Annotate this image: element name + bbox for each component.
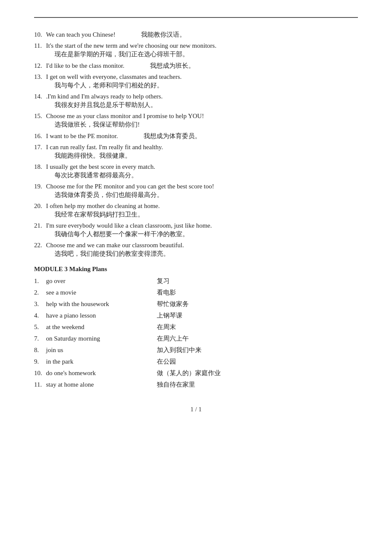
item-chinese: 选我吧，我们能使我们的教室变得漂亮。 [55, 250, 358, 258]
list-item: 17. I can run really fast. I'm really fi… [34, 144, 358, 160]
list-item: 18. I usually get the best score in ever… [34, 163, 358, 179]
item-number: 12. [34, 62, 46, 69]
list-item: 9. in the park 在公园 [34, 358, 358, 366]
list-item: 14. .I'm kind and I'm always ready to he… [34, 93, 358, 109]
sentences-list: 10. We can teach you Chinese! 我能教你汉语。 11… [34, 31, 358, 258]
item-chinese: 我想成为体育委员。 [144, 132, 201, 140]
list-item: 19. Choose me for the PE monitor and you… [34, 183, 358, 199]
vocab-number: 1. [34, 278, 46, 285]
item-number: 22. [34, 242, 46, 249]
vocab-chinese: 上钢琴课 [157, 312, 182, 320]
vocab-english: have a piano lesson [46, 312, 140, 319]
list-item: 21. I'm sure everybody would like a clea… [34, 222, 358, 238]
item-number: 20. [34, 202, 46, 210]
list-item: 7. on Saturday morning 在周六上午 [34, 335, 358, 343]
vocab-number: 8. [34, 347, 46, 354]
item-english: Choose me as your class monitor and I pr… [46, 113, 204, 120]
list-item: 1. go over 复习 [34, 277, 358, 285]
list-item: 15. Choose me as your class monitor and … [34, 113, 358, 129]
item-chinese: 我经常在家帮我妈妈打扫卫生。 [55, 211, 358, 219]
item-chinese: 我能教你汉语。 [141, 31, 186, 39]
item-number: 19. [34, 183, 46, 190]
item-english: I usually get the best score in every ma… [46, 163, 155, 171]
item-english: Choose me for the PE monitor and you can… [46, 183, 214, 190]
item-chinese: 我确信每个人都想要一个像家一样干净的教室。 [55, 230, 358, 238]
vocab-number: 3. [34, 301, 46, 308]
item-english: I often help my mother do cleaning at ho… [46, 202, 160, 210]
vocab-number: 5. [34, 324, 46, 331]
vocab-chinese: 在周末 [157, 323, 176, 331]
item-chinese: 选我做体育委员，你们也能得最高分。 [55, 191, 358, 199]
vocab-number: 2. [34, 289, 46, 296]
item-chinese: 我想成为班长。 [150, 62, 195, 70]
page-footer: 1 / 1 [34, 406, 358, 413]
vocab-english: join us [46, 347, 140, 354]
vocab-english: at the weekend [46, 324, 140, 331]
item-english: Choose me and we can make our classroom … [46, 242, 184, 249]
item-number: 17. [34, 144, 46, 151]
item-number: 10. [34, 31, 46, 38]
list-item: 3. help with the housework 帮忙做家务 [34, 300, 358, 308]
list-item: 22. Choose me and we can make our classr… [34, 242, 358, 258]
item-number: 21. [34, 222, 46, 229]
item-number: 15. [34, 113, 46, 120]
item-number: 14. [34, 93, 46, 100]
item-number: 13. [34, 73, 46, 81]
list-item: 10. do one's homework 做（某人的）家庭作业 [34, 369, 358, 377]
list-item: 2. see a movie 看电影 [34, 289, 358, 297]
list-item: 12. I'd like to be the class monitor. 我想… [34, 62, 358, 70]
item-chinese: 选我做班长，我保证帮助你们! [55, 121, 358, 129]
item-english: I want to be the PE monitor. [46, 133, 118, 140]
list-item: 11. stay at home alone 独自待在家里 [34, 381, 358, 389]
module-title: MODULE 3 Making Plans [34, 266, 358, 273]
item-english: I'd like to be the class monitor. [46, 62, 124, 69]
vocab-number: 4. [34, 312, 46, 319]
vocab-english: go over [46, 278, 140, 285]
item-english: We can teach you Chinese! [46, 31, 115, 38]
vocab-number: 9. [34, 358, 46, 365]
list-item: 11. It's the start of the new term and w… [34, 42, 358, 58]
list-item: 8. join us 加入到我们中来 [34, 346, 358, 354]
vocab-chinese: 加入到我们中来 [157, 346, 202, 354]
item-chinese: 我与每个人，老师和同学们相处的好。 [55, 81, 358, 90]
list-item: 13. I get on well with everyone, classma… [34, 73, 358, 90]
vocab-chinese: 看电影 [157, 289, 176, 297]
vocab-chinese: 在公园 [157, 358, 176, 366]
list-item: 20. I often help my mother do cleaning a… [34, 202, 358, 219]
item-chinese: 现在是新学期的开端，我们正在选心得班干部。 [55, 50, 358, 58]
item-number: 16. [34, 133, 46, 140]
content-area: 10. We can teach you Chinese! 我能教你汉语。 11… [34, 26, 358, 389]
item-number: 18. [34, 163, 46, 171]
vocab-english: help with the housework [46, 301, 140, 308]
vocab-number: 11. [34, 381, 46, 388]
item-english: .I'm kind and I'm always ready to help o… [46, 93, 163, 100]
vocab-english: do one's homework [46, 370, 140, 377]
item-chinese: 我很友好并且我总是乐于帮助别人。 [55, 101, 358, 109]
vocab-number: 7. [34, 335, 46, 342]
item-english: It's the start of the new term and we're… [46, 42, 216, 49]
vocab-english: on Saturday morning [46, 335, 140, 342]
vocab-number: 10. [34, 370, 46, 377]
vocab-chinese: 帮忙做家务 [157, 300, 189, 308]
item-chinese: 我能跑得很快。我很健康。 [55, 152, 358, 160]
vocab-english: see a movie [46, 289, 140, 296]
vocab-list: 1. go over 复习 2. see a movie 看电影 3. help… [34, 277, 358, 389]
vocab-english: stay at home alone [46, 381, 140, 388]
vocab-chinese: 做（某人的）家庭作业 [157, 369, 221, 377]
vocab-chinese: 复习 [157, 277, 170, 285]
list-item: 5. at the weekend 在周末 [34, 323, 358, 331]
item-chinese: 每次比赛我通常都得最高分。 [55, 171, 358, 179]
item-english: I'm sure everybody would like a clean cl… [46, 222, 212, 229]
top-border [34, 17, 358, 18]
item-english: I can run really fast. I'm really fit an… [46, 144, 163, 151]
list-item: 10. We can teach you Chinese! 我能教你汉语。 [34, 31, 358, 39]
list-item: 16. I want to be the PE monitor. 我想成为体育委… [34, 132, 358, 140]
vocab-chinese: 在周六上午 [157, 335, 189, 343]
item-number: 11. [34, 42, 46, 49]
vocab-english: in the park [46, 358, 140, 365]
item-english: I get on well with everyone, classmates … [46, 73, 182, 81]
vocab-chinese: 独自待在家里 [157, 381, 195, 389]
list-item: 4. have a piano lesson 上钢琴课 [34, 312, 358, 320]
